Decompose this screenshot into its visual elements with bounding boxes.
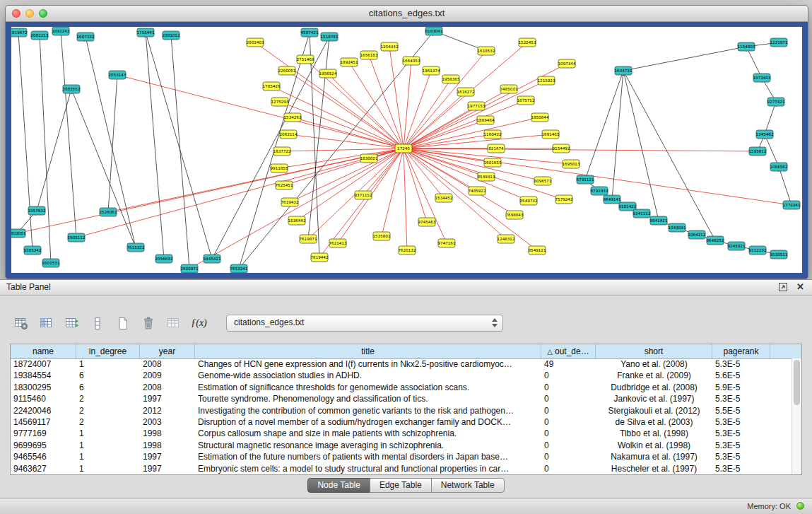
- graph-node[interactable]: 1160432: [484, 130, 502, 139]
- graph-node[interactable]: 1248312: [498, 235, 515, 243]
- graph-node[interactable]: 2600971: [181, 264, 199, 273]
- column-header-year[interactable]: year: [140, 344, 195, 358]
- graph-node[interactable]: 9911855: [271, 164, 288, 173]
- column-header-out-de[interactable]: △out_de…: [541, 344, 596, 358]
- graph-node[interactable]: 1957832: [28, 206, 46, 215]
- table-cell[interactable]: 6: [76, 370, 140, 381]
- citation-edge[interactable]: [404, 148, 758, 151]
- table-cell[interactable]: 2: [76, 393, 140, 404]
- zoom-button[interactable]: [39, 9, 47, 18]
- table-row[interactable]: 1830029562008Estimation of significance …: [11, 382, 792, 393]
- table-cell[interactable]: 6: [76, 382, 140, 393]
- graph-node[interactable]: 1656183: [360, 51, 378, 59]
- graph-node[interactable]: 7698843: [506, 211, 524, 219]
- graph-node[interactable]: 1770341: [783, 201, 801, 209]
- citation-edge[interactable]: [765, 102, 776, 134]
- citation-edge[interactable]: [404, 148, 407, 250]
- graph-node[interactable]: 2081012: [163, 31, 180, 40]
- graph-node[interactable]: 8649141: [604, 195, 621, 204]
- citation-edge[interactable]: [404, 117, 540, 148]
- table-cell[interactable]: Wolkin et al. (1998): [596, 440, 712, 451]
- citation-edge[interactable]: [189, 148, 404, 269]
- table-cell[interactable]: 2: [76, 416, 140, 428]
- citation-edge[interactable]: [585, 71, 623, 180]
- graph-node[interactable]: 1525453: [519, 38, 536, 47]
- table-cell[interactable]: 9465546: [11, 451, 76, 462]
- graph-node[interactable]: 1803051: [11, 229, 26, 238]
- graph-node[interactable]: 1868464: [477, 116, 495, 124]
- graph-node[interactable]: 9341112: [633, 209, 651, 218]
- graph-node[interactable]: 1221971: [770, 38, 788, 47]
- table-cell[interactable]: 9115460: [11, 393, 76, 404]
- citation-edge[interactable]: [328, 74, 404, 148]
- graph-node[interactable]: 1534263: [284, 113, 302, 122]
- new-document-icon[interactable]: [113, 314, 132, 332]
- column-header-name[interactable]: name: [11, 344, 76, 358]
- citation-network-graph[interactable]: 1724022600511785426127529315342632063114…: [11, 27, 802, 273]
- table-cell[interactable]: 0: [541, 393, 596, 404]
- table-cell[interactable]: 18300295: [11, 382, 76, 393]
- graph-node[interactable]: 1595812: [749, 147, 767, 156]
- vertical-scrollbar[interactable]: [792, 358, 801, 474]
- table-cell[interactable]: 2: [76, 405, 140, 416]
- graph-node[interactable]: 1977153: [468, 102, 486, 110]
- window-titlebar[interactable]: citations_edges.txt: [6, 6, 808, 22]
- memory-status-led[interactable]: [796, 502, 804, 510]
- table-cell[interactable]: 0: [541, 428, 596, 439]
- citation-edge[interactable]: [404, 134, 551, 148]
- scrollbar-thumb[interactable]: [794, 360, 800, 405]
- table-cell[interactable]: 9699695: [11, 440, 76, 451]
- graph-node[interactable]: 1618532: [478, 47, 495, 55]
- table-cell[interactable]: 19384554: [11, 370, 76, 381]
- graph-node[interactable]: 1830021: [360, 154, 378, 163]
- graph-node[interactable]: 1644731: [615, 66, 632, 75]
- graph-node[interactable]: 1850844: [531, 113, 549, 122]
- graph-node[interactable]: 1097344: [558, 59, 576, 68]
- citation-edge[interactable]: [404, 61, 411, 148]
- graph-node[interactable]: 2001403: [247, 38, 264, 47]
- graph-node[interactable]: 9312232: [749, 246, 767, 255]
- citation-edge[interactable]: [765, 134, 779, 167]
- graph-node[interactable]: 1345462: [756, 130, 774, 139]
- graph-node[interactable]: 9245021: [728, 242, 746, 250]
- table-cell[interactable]: 0: [541, 370, 596, 381]
- table-cell[interactable]: 0: [541, 405, 596, 416]
- graph-node[interactable]: 2063114: [280, 130, 298, 139]
- table-cell[interactable]: de Silva et al. (2003): [596, 416, 712, 428]
- table-row[interactable]: 1938455462009Genome-wide association stu…: [11, 370, 792, 381]
- graph-node[interactable]: 7619432: [281, 198, 299, 206]
- table-cell[interactable]: 0: [541, 416, 596, 428]
- table-cell[interactable]: Stergiakouli et al. (2012): [596, 405, 712, 416]
- citation-edge[interactable]: [779, 167, 792, 205]
- table-cell[interactable]: 2008: [140, 382, 195, 393]
- citation-edge[interactable]: [117, 75, 404, 148]
- graph-node[interactable]: 8648252: [707, 236, 724, 245]
- graph-node[interactable]: 9530511: [770, 250, 788, 259]
- graph-node[interactable]: 5905112: [68, 233, 86, 242]
- table-cell[interactable]: Estimation of the future numbers of pati…: [195, 451, 541, 462]
- table-cell[interactable]: Nakamura et al. (1997): [596, 451, 712, 462]
- graph-node[interactable]: 1892243: [52, 27, 70, 35]
- table-cell[interactable]: Corpus callosum shape and size in male p…: [195, 428, 541, 439]
- table-row[interactable]: 969969511998Structural magnetic resonanc…: [11, 440, 792, 451]
- citation-edge[interactable]: [389, 47, 404, 148]
- table-cell[interactable]: 18724007: [11, 358, 76, 370]
- graph-node[interactable]: 7579342: [555, 195, 573, 204]
- table-cell[interactable]: 5.3E-5: [712, 416, 770, 428]
- graph-node[interactable]: 7619871: [300, 235, 317, 243]
- citation-edge[interactable]: [61, 31, 76, 238]
- table-cell[interactable]: 0: [541, 463, 596, 474]
- table-cell[interactable]: 1997: [140, 451, 195, 462]
- citation-edge[interactable]: [280, 102, 404, 148]
- graph-node[interactable]: 2526061: [100, 208, 117, 216]
- graph-node[interactable]: 9745463: [418, 218, 436, 226]
- graph-node[interactable]: 8549121: [529, 246, 546, 255]
- graph-node[interactable]: 9841421: [650, 216, 668, 225]
- graph-node[interactable]: 2003552: [63, 85, 81, 93]
- graph-node[interactable]: 9501531: [42, 259, 60, 267]
- graph-node[interactable]: 821674: [488, 144, 505, 153]
- table-cell[interactable]: 5.6E-5: [712, 370, 770, 381]
- citation-edge[interactable]: [623, 47, 746, 71]
- citation-edge[interactable]: [146, 33, 164, 259]
- column-header-title[interactable]: title: [195, 344, 541, 358]
